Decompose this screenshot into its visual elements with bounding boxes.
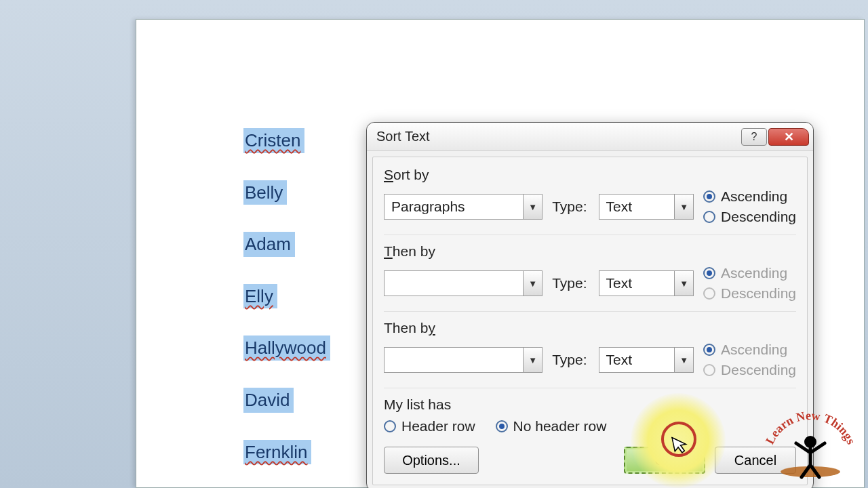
dialog-button-row: Options... OK Cancel [384, 447, 796, 474]
list-item: Fernklin [243, 440, 311, 465]
close-button[interactable]: ✕ [768, 128, 809, 146]
then-by-label-1: Then by [384, 243, 796, 260]
ascending-radio-2[interactable]: Ascending [703, 265, 796, 281]
type-dropdown-2[interactable]: Text ▼ [599, 270, 694, 296]
my-list-has-label: My list has [384, 396, 796, 413]
type-label: Type: [552, 199, 589, 215]
dialog-titlebar: Sort Text ? ✕ [367, 123, 813, 151]
type-dropdown-3[interactable]: Text ▼ [599, 347, 694, 373]
ascending-radio-3[interactable]: Ascending [703, 342, 796, 358]
chevron-down-icon: ▼ [674, 348, 693, 372]
descending-radio-1[interactable]: Descending [703, 209, 796, 225]
sort-by-dropdown[interactable]: Paragraphs ▼ [384, 194, 542, 220]
chevron-down-icon: ▼ [523, 195, 542, 219]
options-button[interactable]: Options... [384, 447, 479, 474]
sort-by-row: Paragraphs ▼ Type: Text ▼ Ascending Desc… [384, 188, 796, 235]
chevron-down-icon: ▼ [523, 348, 542, 372]
type-label: Type: [552, 352, 589, 368]
header-row-radio[interactable]: Header row [384, 418, 475, 434]
list-item: Belly [243, 180, 287, 205]
no-header-row-radio[interactable]: No header row [496, 418, 607, 434]
ok-button[interactable]: OK [624, 447, 705, 474]
descending-radio-2: Descending [703, 285, 796, 302]
cancel-button[interactable]: Cancel [715, 447, 796, 474]
chevron-down-icon: ▼ [674, 271, 693, 296]
then-by-label-2: Then by [384, 320, 796, 336]
chevron-down-icon: ▼ [674, 195, 693, 219]
then-by-dropdown-2[interactable]: ▼ [384, 347, 542, 373]
list-item: Cristen [243, 128, 304, 153]
sort-text-dialog: Sort Text ? ✕ Sort by Paragraphs ▼ Type:… [366, 122, 814, 488]
sort-by-label: Sort by [384, 167, 796, 183]
chevron-down-icon: ▼ [523, 271, 542, 296]
list-item: Hallywood [243, 336, 330, 361]
list-item: Elly [243, 284, 277, 309]
header-row-options: Header row No header row [384, 418, 796, 434]
list-item: David [243, 388, 294, 413]
dialog-title: Sort Text [376, 129, 740, 144]
dialog-body: Sort by Paragraphs ▼ Type: Text ▼ Ascend… [372, 157, 808, 485]
help-button[interactable]: ? [741, 128, 767, 146]
type-dropdown-1[interactable]: Text ▼ [599, 194, 694, 220]
type-label: Type: [552, 275, 589, 291]
list-item: Adam [243, 232, 295, 257]
ascending-radio-1[interactable]: Ascending [703, 188, 796, 205]
then-by-row-2: ▼ Type: Text ▼ Ascending Descending [384, 342, 796, 388]
then-by-row-1: ▼ Type: Text ▼ Ascending Descending [384, 265, 796, 312]
descending-radio-3: Descending [703, 362, 796, 378]
then-by-dropdown-1[interactable]: ▼ [384, 270, 542, 296]
